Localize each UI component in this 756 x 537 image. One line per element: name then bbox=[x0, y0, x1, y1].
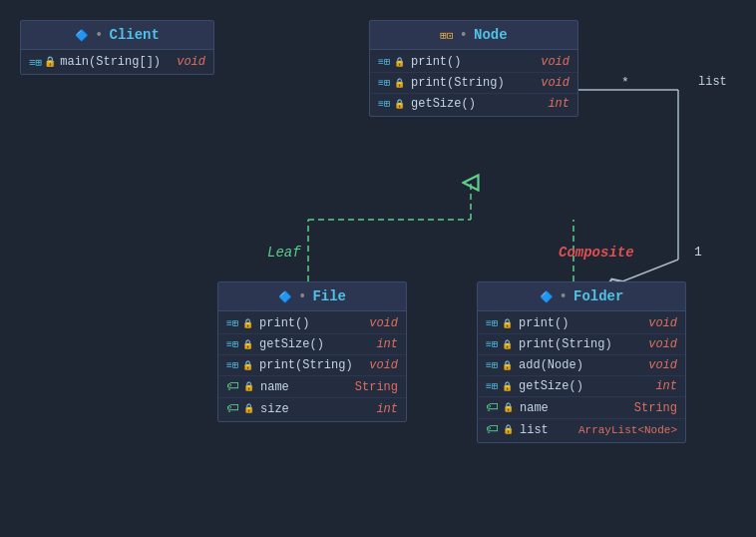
lock-icon: 🔒 bbox=[44, 56, 56, 68]
folder-method-print1: ≡⊞ 🔒 print() void bbox=[478, 313, 685, 334]
method-icon: ≡⊞ bbox=[29, 56, 42, 69]
composite-label: Composite bbox=[559, 245, 634, 261]
tag-icon: 🏷 bbox=[226, 379, 239, 394]
folder-method-print2: ≡⊞ 🔒 print(String) void bbox=[478, 334, 685, 355]
file-method-print2: ≡⊞ 🔒 print(String) void bbox=[218, 355, 406, 376]
node-method-print2: ≡⊞ 🔒 print(String) void bbox=[370, 73, 577, 94]
client-methods: ≡⊞ 🔒 main(String[]) void bbox=[21, 50, 213, 74]
file-method-getsize: ≡⊞ 🔒 getSize() int bbox=[218, 334, 406, 355]
folder-method-getsize: ≡⊞ 🔒 getSize() int bbox=[478, 376, 685, 397]
node-method-print1: ≡⊞ 🔒 print() void bbox=[370, 52, 577, 73]
folder-attr-list: 🏷 🔒 list ArrayList<Node> bbox=[478, 419, 685, 440]
lock-icon: 🔒 bbox=[394, 57, 405, 68]
method-icon: ≡⊞ bbox=[378, 77, 390, 89]
folder-class: 🔷 • Folder ≡⊞ 🔒 print() void ≡⊞ 🔒 print(… bbox=[477, 281, 686, 443]
list-label: list bbox=[698, 75, 727, 89]
node-name: Node bbox=[474, 27, 508, 43]
client-class: 🔷 • Client ≡⊞ 🔒 main(String[]) void bbox=[20, 20, 214, 75]
svg-line-8 bbox=[622, 260, 678, 281]
folder-header: 🔷 • Folder bbox=[478, 282, 685, 311]
tag-icon: 🏷 bbox=[486, 400, 499, 415]
tag-icon: 🏷 bbox=[486, 422, 499, 437]
client-name: Client bbox=[109, 27, 159, 43]
lock-icon: 🔒 bbox=[394, 78, 405, 89]
folder-attr-name: 🏷 🔒 name String bbox=[478, 397, 685, 419]
leaf-label: Leaf bbox=[267, 245, 301, 261]
client-header: 🔷 • Client bbox=[21, 21, 213, 50]
one-label: 1 bbox=[694, 245, 702, 260]
file-attr-name: 🏷 🔒 name String bbox=[218, 376, 406, 398]
file-attr-size: 🏷 🔒 size int bbox=[218, 398, 406, 419]
method-icon: ≡⊞ bbox=[378, 56, 390, 68]
file-methods: ≡⊞ 🔒 print() void ≡⊞ 🔒 getSize() int ≡⊞ … bbox=[218, 311, 406, 421]
folder-methods: ≡⊞ 🔒 print() void ≡⊞ 🔒 print(String) voi… bbox=[478, 311, 685, 442]
file-icon: 🔷 bbox=[278, 290, 292, 303]
node-methods: ≡⊞ 🔒 print() void ≡⊞ 🔒 print(String) voi… bbox=[370, 50, 577, 116]
client-icon: 🔷 bbox=[75, 29, 89, 42]
star-label: * bbox=[621, 75, 629, 90]
node-header: ⊞⊡ • Node bbox=[370, 21, 577, 50]
folder-name: Folder bbox=[573, 288, 623, 304]
folder-icon: 🔷 bbox=[540, 290, 554, 303]
file-class: 🔷 • File ≡⊞ 🔒 print() void ≡⊞ 🔒 getSize(… bbox=[217, 281, 407, 422]
node-method-getsize: ≡⊞ 🔒 getSize() int bbox=[370, 94, 577, 114]
file-name: File bbox=[312, 288, 346, 304]
method-icon: ≡⊞ bbox=[378, 98, 390, 110]
file-header: 🔷 • File bbox=[218, 282, 406, 311]
client-method-main: ≡⊞ 🔒 main(String[]) void bbox=[21, 52, 213, 72]
tag-icon: 🏷 bbox=[226, 401, 239, 416]
node-class: ⊞⊡ • Node ≡⊞ 🔒 print() void ≡⊞ 🔒 print(S… bbox=[369, 20, 578, 117]
folder-method-add: ≡⊞ 🔒 add(Node) void bbox=[478, 355, 685, 376]
lock-icon: 🔒 bbox=[394, 99, 405, 110]
file-method-print1: ≡⊞ 🔒 print() void bbox=[218, 313, 406, 334]
